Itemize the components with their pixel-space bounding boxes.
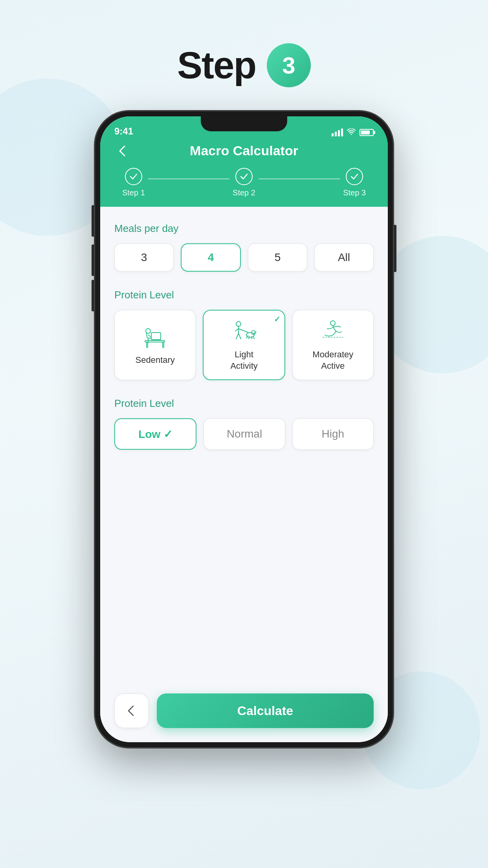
header-row: Macro Calculator: [114, 143, 374, 158]
progress-steps: Step 1 Step 2: [114, 168, 374, 197]
step-circle-1: [125, 168, 142, 185]
back-nav-button[interactable]: [114, 693, 149, 728]
step-line-2: [259, 178, 340, 179]
protein-high[interactable]: High: [292, 418, 374, 450]
moderate-label: ModerateyActive: [312, 349, 353, 371]
calculate-label: Calculate: [237, 704, 293, 718]
meal-option-5[interactable]: 5: [248, 243, 307, 272]
wifi-icon: [347, 128, 356, 137]
sedentary-label: Sedentary: [136, 355, 175, 366]
svg-rect-4: [151, 333, 161, 340]
app-header: Macro Calculator Step 1: [100, 140, 388, 207]
sedentary-icon: [141, 326, 169, 349]
activity-light[interactable]: ✓: [203, 310, 285, 380]
step-item-2: Step 2: [233, 168, 255, 197]
phone-notch: [201, 116, 287, 131]
svg-point-7: [146, 329, 150, 333]
svg-point-8: [236, 322, 241, 326]
phone-frame: 9:41: [95, 111, 393, 748]
protein-row: Low ✓ Normal High: [114, 418, 374, 450]
step-circle-2: [235, 168, 253, 185]
bottom-bar: Calculate: [100, 684, 388, 742]
light-activity-icon: [230, 320, 258, 344]
step-title: Step: [177, 44, 256, 87]
step-item-1: Step 1: [122, 168, 145, 197]
protein-low[interactable]: Low ✓: [114, 418, 196, 450]
activity-sedentary[interactable]: Sedentary: [114, 310, 196, 380]
step-3-label: Step 3: [343, 188, 366, 197]
header-back-button[interactable]: [114, 143, 130, 159]
meal-option-4[interactable]: 4: [181, 243, 241, 272]
status-time: 9:41: [114, 126, 133, 137]
activity-row: Sedentary ✓: [114, 310, 374, 380]
step-2-label: Step 2: [233, 188, 255, 197]
svg-point-11: [330, 321, 335, 326]
moderate-activity-icon: [319, 320, 347, 344]
svg-rect-2: [147, 342, 148, 348]
content-area: Meals per day 3 4 5 All Protein Level: [100, 207, 388, 684]
activity-section-label: Protein Level: [114, 289, 374, 301]
meals-section-label: Meals per day: [114, 223, 374, 235]
step-number: 3: [282, 52, 295, 79]
protein-normal[interactable]: Normal: [204, 418, 285, 450]
step-1-label: Step 1: [122, 188, 145, 197]
calculate-button[interactable]: Calculate: [157, 693, 374, 728]
light-activity-label: LightActivity: [230, 349, 258, 371]
protein-section-label: Protein Level: [114, 397, 374, 410]
activity-moderate[interactable]: ModerateyActive: [292, 310, 374, 380]
header-title: Macro Calculator: [190, 143, 298, 158]
step-header: Step 3: [177, 43, 311, 87]
meals-row: 3 4 5 All: [114, 243, 374, 272]
step-badge: 3: [267, 43, 311, 87]
step-circle-3: [346, 168, 363, 185]
light-check-icon: ✓: [274, 314, 281, 324]
svg-rect-3: [163, 342, 164, 348]
phone-screen: 9:41: [100, 116, 388, 742]
status-icons: [332, 128, 374, 137]
meal-option-all[interactable]: All: [314, 243, 374, 272]
step-item-3: Step 3: [343, 168, 366, 197]
svg-point-0: [351, 134, 352, 135]
battery-icon: [360, 129, 374, 136]
signal-icon: [332, 129, 343, 136]
step-line-1: [148, 178, 229, 179]
meal-option-3[interactable]: 3: [114, 243, 174, 272]
